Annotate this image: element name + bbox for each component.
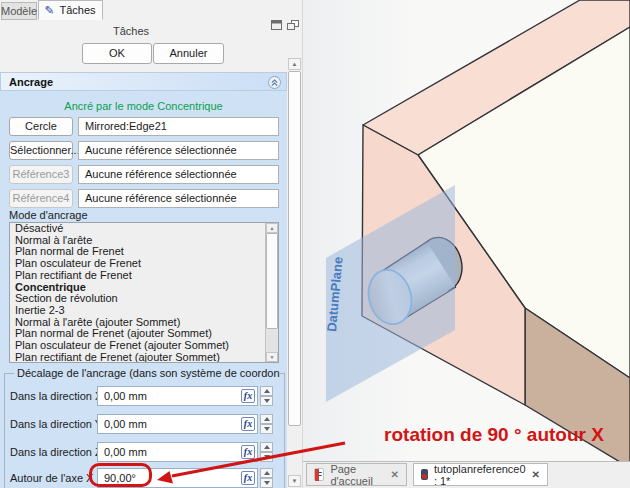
annotation-text: rotation de 90 ° autour X [360, 424, 628, 446]
pencil-icon: ✎ [45, 5, 55, 15]
tab-start-page[interactable]: F Page d'accueil ✕ [306, 463, 407, 486]
attachment-mode-list: Désactivé Normal à l'arête Plan normal d… [9, 222, 279, 363]
list-scroll-down-arrow[interactable]: ▼ [266, 352, 278, 362]
ref3-field[interactable]: Aucune référence sélectionnée [78, 165, 279, 184]
offset-z-value: 0,00 mm [104, 446, 147, 458]
anchor-section-title: Ancrage [9, 76, 53, 88]
annotation-highlight-rect [89, 463, 152, 487]
stepper-down[interactable] [260, 424, 273, 434]
reference-row: Sélectionner... Aucune référence sélecti… [0, 141, 287, 160]
dock-icon[interactable] [271, 20, 282, 30]
app-window: Modèle ✎ Tâches Tâches OK Annuler ▲ ▼ An… [0, 0, 630, 488]
offset-row-y: Dans la direction Y 0,00 mm fx [5, 414, 284, 434]
stepper-up[interactable] [260, 468, 273, 478]
stepper-up[interactable] [260, 414, 273, 424]
document-icon [421, 469, 428, 480]
attachment-mode-label: Mode d'ancrage [9, 209, 88, 221]
offset-row-z: Dans la direction Z 0,00 mm fx [5, 442, 284, 462]
offset-z-label: Dans la direction Z [10, 442, 102, 462]
start-page-tab-label: Page d'accueil [330, 463, 384, 487]
offset-x-input[interactable]: 0,00 mm fx [97, 386, 258, 406]
scroll-down-arrow[interactable]: ▼ [288, 475, 301, 487]
ref3-button[interactable]: Référence3 [9, 165, 73, 184]
ok-button[interactable]: OK [82, 43, 152, 64]
reference-row: Cercle Mirrored:Edge21 [0, 117, 287, 136]
expression-fx-icon[interactable]: fx [241, 445, 255, 459]
list-item[interactable]: Désactivé [10, 223, 278, 235]
expression-fx-icon[interactable]: fx [241, 417, 255, 431]
offset-y-stepper[interactable] [260, 414, 273, 434]
tab-modele[interactable]: Modèle [1, 2, 37, 20]
offset-row-x: Dans la direction X 0,00 mm fx [5, 386, 284, 406]
panel-window-controls [271, 20, 299, 30]
offset-x-value: 0,00 mm [104, 390, 147, 402]
anchor-section-header[interactable]: Ancrage [0, 72, 287, 91]
reference-row: Référence3 Aucune référence sélectionnée [0, 165, 287, 184]
anchor-panel-body: Ancré par le mode Concentrique Cercle Mi… [0, 91, 287, 488]
stepper-down[interactable] [260, 478, 273, 488]
offset-x-label: Dans la direction X [10, 386, 102, 406]
close-icon[interactable]: ✕ [532, 469, 540, 480]
offset-x-stepper[interactable] [260, 386, 273, 406]
circle-ref-field[interactable]: Mirrored:Edge21 [78, 117, 279, 136]
close-icon[interactable]: ✕ [391, 469, 399, 480]
tab-taches[interactable]: ✎ Tâches [38, 0, 103, 20]
collapse-icon[interactable] [268, 76, 281, 89]
expression-fx-icon[interactable]: fx [241, 389, 255, 403]
offset-y-input[interactable]: 0,00 mm fx [97, 414, 258, 434]
tab-modele-label: Modèle [1, 5, 37, 17]
cancel-button[interactable]: Annuler [153, 43, 224, 64]
attachment-status: Ancré par le mode Concentrique [0, 100, 287, 112]
scroll-up-arrow[interactable]: ▲ [288, 58, 301, 70]
circle-ref-button[interactable]: Cercle [9, 117, 73, 136]
panel-scrollbar[interactable]: ▲ ▼ [287, 58, 302, 488]
angle-x-stepper[interactable] [260, 468, 273, 488]
select-ref-button[interactable]: Sélectionner... [9, 141, 73, 160]
3d-scene: DatumPlane [303, 0, 630, 461]
expression-fx-icon[interactable]: fx [241, 471, 255, 485]
scrollbar-thumb[interactable] [288, 71, 301, 426]
offset-y-label: Dans la direction Y [10, 414, 102, 434]
offset-y-value: 0,00 mm [104, 418, 147, 430]
freecad-home-icon: F [314, 468, 324, 481]
stepper-down[interactable] [260, 396, 273, 406]
panel-title: Tâches [0, 25, 262, 37]
offset-group-legend: Décalage de l'ancrage (dans son système … [14, 367, 280, 379]
offset-z-stepper[interactable] [260, 442, 273, 462]
float-icon[interactable] [287, 20, 299, 30]
tab-taches-label: Tâches [59, 4, 95, 16]
list-item[interactable]: Inertie 2-3 [10, 305, 278, 317]
document-tabstrip: F Page d'accueil ✕ tutoplanreference0 : … [303, 461, 630, 488]
ref4-button[interactable]: Référence4 [9, 189, 73, 208]
list-scrollbar-thumb[interactable] [266, 233, 278, 329]
stepper-up[interactable] [260, 442, 273, 452]
angle-x-label: Autour de l'axe X [10, 468, 93, 488]
ref4-field[interactable]: Aucune référence sélectionnée [78, 189, 279, 208]
list-item[interactable]: Plan rectifiant de Frenet (ajouter Somme… [10, 352, 278, 363]
3d-viewport[interactable]: DatumPlane [303, 0, 630, 461]
document-tab-label: tutoplanreference0 : 1* [434, 463, 526, 487]
reference-row: Référence4 Aucune référence sélectionnée [0, 189, 287, 208]
list-scroll-up-arrow[interactable]: ▲ [266, 223, 278, 233]
tab-document[interactable]: tutoplanreference0 : 1* ✕ [413, 463, 548, 486]
offset-z-input[interactable]: 0,00 mm fx [97, 442, 258, 462]
list-scrollbar[interactable]: ▲ ▼ [265, 223, 278, 362]
ref2-field[interactable]: Aucune référence sélectionnée [78, 141, 279, 160]
stepper-down[interactable] [260, 452, 273, 462]
list-item[interactable]: Plan rectifiant de Frenet [10, 270, 278, 282]
stepper-up[interactable] [260, 386, 273, 396]
list-item[interactable]: Plan osculateur de Frenet (ajouter Somme… [10, 340, 278, 352]
combo-view-tabbar: Modèle ✎ Tâches [0, 0, 302, 20]
